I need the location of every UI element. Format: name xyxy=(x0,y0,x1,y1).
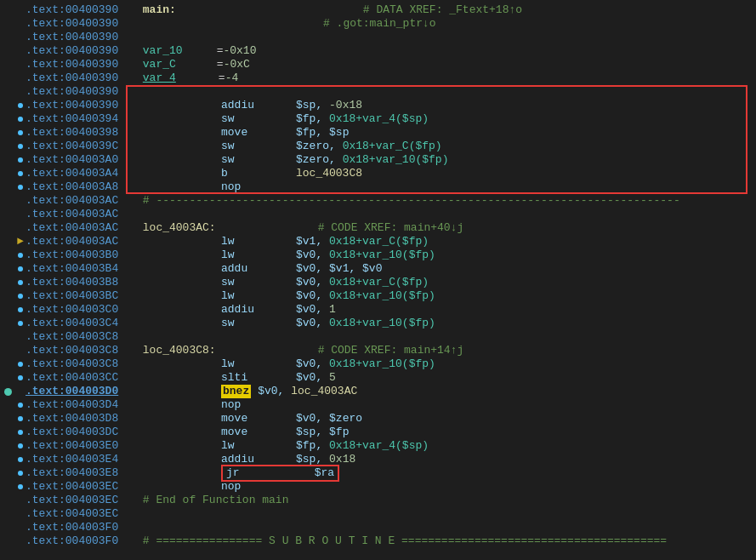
dot-21 xyxy=(18,280,23,285)
addr-26: .text:004003C8 xyxy=(26,344,136,357)
line-25: .text:004003C8 xyxy=(0,330,756,344)
line-38: .text:004003EC xyxy=(0,507,756,521)
code-container: .text:00400390 main: # DATA XREF: _Ftext… xyxy=(0,0,756,560)
jr-box: jr $ra xyxy=(221,465,339,482)
line-40: .text:004003F0 # ================ S U B … xyxy=(0,534,756,548)
arrow-18: ► xyxy=(17,235,24,249)
op1-23: $v0, xyxy=(296,303,322,317)
line-22: .text:004003BC lw $v0, 0x18+var_10($fp) xyxy=(0,289,756,303)
dot-28 xyxy=(18,375,23,380)
line-20: .text:004003B4 addu $v0, $v1, $v0 xyxy=(0,262,756,276)
instr-33: lw xyxy=(221,439,289,453)
op2-21: 0x18+var_C($fp) xyxy=(329,276,429,289)
dot-col-19 xyxy=(15,253,26,258)
dot-col-20 xyxy=(15,266,26,271)
dot-34 xyxy=(18,457,23,462)
dot-col-35 xyxy=(15,471,26,476)
dot-col-27 xyxy=(15,362,26,367)
addr-6: .text:00400390 xyxy=(26,71,136,85)
line-34: .text:004003E4 addiu $sp, 0x18 xyxy=(0,453,756,466)
line-6: .text:00400390 var_4 = -4 xyxy=(0,71,756,85)
dot-22 xyxy=(18,294,23,299)
dot-23 xyxy=(18,307,23,312)
line-13: .text:004003A4 b loc_4003C8 xyxy=(0,167,756,180)
line-23: .text:004003C0 addiu $v0, 1 xyxy=(0,303,756,317)
op2-24: 0x18+var_10($fp) xyxy=(329,317,435,330)
var10-val: -0x10 xyxy=(223,44,256,58)
dot-col-24 xyxy=(15,321,26,326)
line-37: .text:004003EC # End of Function main xyxy=(0,494,756,507)
line-27: .text:004003C8 lw $v0, 0x18+var_10($fp) xyxy=(0,357,756,371)
addr-32: .text:004003DC xyxy=(26,426,136,439)
op1-21: $v0, xyxy=(296,276,322,289)
dot-col-30 xyxy=(15,403,26,408)
op2-19: 0x18+var_10($fp) xyxy=(329,249,435,262)
instr-21: sw xyxy=(221,276,289,289)
dot-12 xyxy=(18,157,23,163)
op2-31: $zero xyxy=(329,412,362,426)
addr-20: .text:004003B4 xyxy=(26,262,136,276)
dot-col-8 xyxy=(15,103,26,108)
op2-32: $fp xyxy=(329,426,349,439)
line-32: .text:004003DC move $sp, $fp xyxy=(0,426,756,439)
var10-name: var_10 xyxy=(143,44,183,58)
loc-label-1: loc_4003AC: xyxy=(143,221,216,235)
addr-37: .text:004003EC xyxy=(26,494,136,507)
comment-2: # .got:main_ptr↓o xyxy=(323,17,436,31)
addr-40: .text:004003F0 xyxy=(26,534,136,548)
breakpoint-29[interactable] xyxy=(4,388,12,396)
op1-24: $v0, xyxy=(296,317,322,330)
instr-22: lw xyxy=(221,289,289,303)
line-4: .text:00400390 var_10 = -0x10 xyxy=(0,44,756,58)
instr-32: move xyxy=(221,426,289,439)
dot-33 xyxy=(18,443,23,449)
line-19: .text:004003B0 lw $v0, 0x18+var_10($fp) xyxy=(0,249,756,262)
instr-20: addu xyxy=(221,262,289,276)
addr-34: .text:004003E4 xyxy=(26,453,136,466)
addr-15: .text:004003AC xyxy=(26,194,136,208)
dot-col-12 xyxy=(15,157,26,163)
addr-24: .text:004003C4 xyxy=(26,317,136,330)
line-29: .text:004003D0 bnez $v0, loc_4003AC xyxy=(0,385,756,398)
end-comment: # End of Function main xyxy=(143,494,289,507)
instr-35: jr xyxy=(226,466,294,480)
line-18: ► .text:004003AC lw $v1, 0x18+var_C($fp) xyxy=(0,235,756,249)
addr-38: .text:004003EC xyxy=(26,507,136,521)
dot-35 xyxy=(18,471,23,476)
addr-39: .text:004003F0 xyxy=(26,521,136,534)
dot-col-34 xyxy=(15,457,26,462)
op1-27: $v0, xyxy=(296,357,322,371)
eq-3: = xyxy=(219,71,225,85)
instr-28: slti xyxy=(221,371,289,385)
dot-col-22 xyxy=(15,294,26,299)
addr-5: .text:00400390 xyxy=(26,58,136,71)
addr-10: .text:00400398 xyxy=(26,126,136,140)
op1-35: $ra xyxy=(315,466,334,479)
line-3: .text:00400390 xyxy=(0,31,756,44)
addr-22: .text:004003BC xyxy=(26,289,136,303)
dot-col-13 xyxy=(15,171,26,176)
addr-2: .text:00400390 xyxy=(26,17,136,31)
addr-13: .text:004003A4 xyxy=(26,167,136,180)
addr-17: .text:004003AC xyxy=(26,221,136,235)
line-11: .text:0040039C sw $zero, 0x18+var_C($fp) xyxy=(0,140,756,153)
line-28: .text:004003CC slti $v0, 5 xyxy=(0,371,756,385)
line-24: .text:004003C4 sw $v0, 0x18+var_10($fp) xyxy=(0,317,756,330)
dot-8 xyxy=(18,103,23,108)
dot-14 xyxy=(18,185,23,190)
addr-8: .text:00400390 xyxy=(26,99,136,112)
line-1: .text:00400390 main: # DATA XREF: _Ftext… xyxy=(0,3,756,17)
addr-18: .text:004003AC xyxy=(26,235,136,249)
addr-1: .text:00400390 xyxy=(26,3,136,17)
op2-33: 0x18+var_4($sp) xyxy=(329,439,429,453)
op1-22: $v0, xyxy=(296,289,322,303)
line-33: .text:004003E0 lw $fp, 0x18+var_4($sp) xyxy=(0,439,756,453)
line-15: .text:004003AC # -----------------------… xyxy=(0,194,756,208)
dot-30 xyxy=(18,403,23,408)
instr-27: lw xyxy=(221,357,289,371)
addr-7: .text:00400390 xyxy=(26,85,136,99)
sep-comment: # --------------------------------------… xyxy=(143,194,680,208)
op1-19: $v0, xyxy=(296,249,322,262)
addr-35: .text:004003E8 xyxy=(26,466,136,480)
loc-comment-2: # CODE XREF: main+14↑j xyxy=(318,344,464,357)
